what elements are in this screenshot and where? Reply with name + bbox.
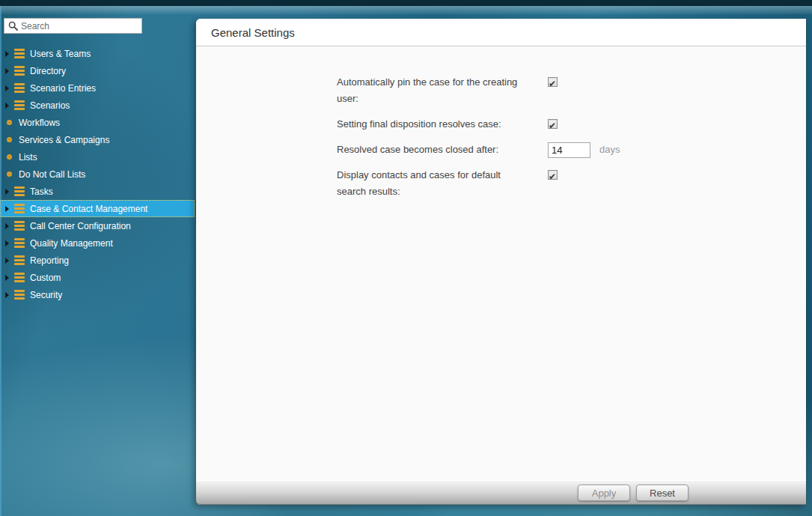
sidebar-item-directory[interactable]: Directory [0,62,195,79]
sidebar: Users & Teams Directory Scenario Entries… [0,14,196,516]
chevron-right-icon[interactable] [5,292,9,298]
chevron-right-icon[interactable] [5,275,9,281]
apply-button[interactable]: Apply [578,485,630,501]
field-label: Automatically pin the case for the creat… [337,74,548,107]
sidebar-item-scenario-entries[interactable]: Scenario Entries [0,79,195,97]
menu-section-icon [14,238,25,248]
sidebar-item-label: Case & Contact Management [30,204,147,214]
circle-icon [7,120,12,125]
field-label: Resolved case becomes closed after: [337,142,548,158]
sidebar-item-scenarios[interactable]: Scenarios [0,97,195,114]
sidebar-item-custom[interactable]: Custom [0,269,195,286]
form-row-display-default-search: Display contacts and cases for default s… [196,167,806,200]
sidebar-item-quality-management[interactable]: Quality Management [0,234,195,252]
field-label: Setting final disposition resolves case: [337,116,548,133]
left-edge-highlight [0,6,1,516]
sidebar-item-tasks[interactable]: Tasks [0,183,195,200]
search-icon [8,21,18,31]
app-root: { "colors": { "background_teal": "#226c8… [0,0,812,516]
menu-section-icon [14,49,25,58]
sidebar-item-label: Services & Campaigns [19,135,109,145]
menu-section-icon [14,186,25,196]
sidebar-item-label: Do Not Call Lists [19,169,85,180]
menu-section-icon [14,255,25,265]
sidebar-item-call-center-configuration[interactable]: Call Center Configuration [0,217,195,234]
reset-button[interactable]: Reset [636,485,689,501]
menu-section-icon [14,290,25,300]
sidebar-item-label: Workflows [19,118,60,128]
top-highlight-band [0,6,812,14]
sidebar-item-users-teams[interactable]: Users & Teams [0,45,195,62]
sidebar-item-lists[interactable]: Lists [0,148,195,166]
chevron-right-icon[interactable] [5,240,9,246]
search-box[interactable] [4,18,142,34]
page-title: General Settings [211,26,295,39]
top-bar [0,0,812,6]
auto-pin-case-checkbox[interactable] [548,77,558,87]
sidebar-item-label: Reporting [30,255,69,266]
chevron-right-icon[interactable] [5,223,9,229]
menu-section-icon [14,221,25,231]
sidebar-item-label: Tasks [30,186,53,197]
menu-section-icon [14,100,25,110]
sidebar-item-label: Call Center Configuration [30,221,131,231]
sidebar-item-label: Custom [30,273,61,283]
chevron-right-icon[interactable] [5,68,9,74]
circle-icon [7,154,12,160]
final-disposition-checkbox[interactable] [548,119,558,129]
panel-footer: Apply Reset [196,480,806,505]
sidebar-item-do-not-call-lists[interactable]: Do Not Call Lists [0,166,195,183]
sidebar-item-label: Directory [30,66,66,76]
sidebar-item-workflows[interactable]: Workflows [0,114,195,131]
sidebar-item-reporting[interactable]: Reporting [0,252,195,269]
form-row-closed-after: Resolved case becomes closed after: days [196,142,806,158]
sidebar-item-label: Users & Teams [30,49,91,59]
chevron-right-icon[interactable] [5,85,9,91]
closed-after-days-input[interactable] [548,142,590,158]
sidebar-item-case-contact-management[interactable]: Case & Contact Management [0,200,195,217]
chevron-right-icon[interactable] [5,51,9,57]
menu-section-icon [14,204,25,213]
menu-section-icon [14,66,25,76]
days-unit-label: days [599,142,620,158]
chevron-right-icon[interactable] [5,189,9,195]
chevron-right-icon[interactable] [5,206,9,212]
search-input[interactable] [21,21,141,31]
display-default-search-checkbox[interactable] [548,170,558,180]
sidebar-item-label: Scenario Entries [30,83,96,94]
circle-icon [7,137,12,142]
sidebar-item-security[interactable]: Security [0,286,195,303]
circle-icon [7,172,12,177]
menu-section-icon [14,273,25,282]
chevron-right-icon[interactable] [5,258,9,264]
navigation-tree: Users & Teams Directory Scenario Entries… [0,45,195,303]
sidebar-item-label: Scenarios [30,100,70,111]
panel-header: General Settings [196,19,806,46]
sidebar-item-label: Security [30,290,62,300]
sidebar-item-services-campaigns[interactable]: Services & Campaigns [0,131,195,148]
settings-form: Automatically pin the case for the creat… [196,47,806,480]
settings-panel: General Settings Automatically pin the c… [196,19,806,505]
chevron-right-icon[interactable] [5,103,9,109]
sidebar-item-label: Quality Management [30,238,113,249]
sidebar-item-label: Lists [19,152,37,163]
menu-section-icon [14,83,25,93]
form-row-auto-pin-case: Automatically pin the case for the creat… [196,74,806,107]
form-row-final-disposition: Setting final disposition resolves case: [196,116,806,133]
field-label: Display contacts and cases for default s… [337,167,548,200]
